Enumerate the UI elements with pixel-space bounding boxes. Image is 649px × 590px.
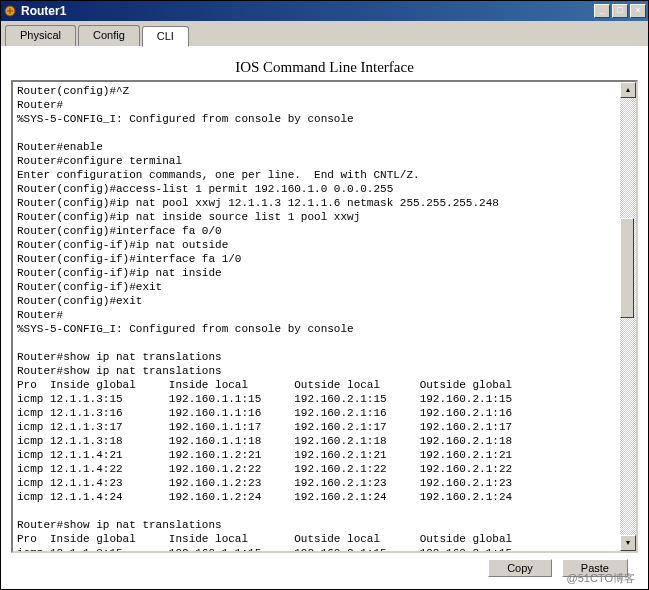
close-button[interactable]: × (630, 4, 646, 18)
scroll-down-button[interactable]: ▾ (620, 535, 636, 551)
button-bar: Copy Paste (11, 553, 638, 583)
terminal-output[interactable]: Router(config)#^Z Router# %SYS-5-CONFIG_… (13, 82, 620, 551)
app-window: Router1 _ □ × Physical Config CLI IOS Co… (0, 0, 649, 590)
titlebar[interactable]: Router1 _ □ × (1, 1, 648, 21)
tab-bar: Physical Config CLI (1, 21, 648, 47)
tab-content: IOS Command Line Interface Router(config… (1, 47, 648, 589)
tab-physical[interactable]: Physical (5, 25, 76, 46)
window-title: Router1 (21, 4, 594, 18)
tab-config[interactable]: Config (78, 25, 140, 46)
minimize-button[interactable]: _ (594, 4, 610, 18)
scrollbar-track[interactable] (620, 98, 636, 535)
maximize-button[interactable]: □ (612, 4, 628, 18)
terminal-container: Router(config)#^Z Router# %SYS-5-CONFIG_… (11, 80, 638, 553)
scrollbar-thumb[interactable] (620, 218, 634, 318)
copy-button[interactable]: Copy (488, 559, 552, 577)
paste-button[interactable]: Paste (562, 559, 628, 577)
window-controls: _ □ × (594, 4, 646, 18)
cli-heading: IOS Command Line Interface (11, 53, 638, 80)
scroll-up-button[interactable]: ▴ (620, 82, 636, 98)
tab-cli[interactable]: CLI (142, 26, 189, 47)
vertical-scrollbar[interactable]: ▴ ▾ (620, 82, 636, 551)
router-icon (3, 4, 17, 18)
